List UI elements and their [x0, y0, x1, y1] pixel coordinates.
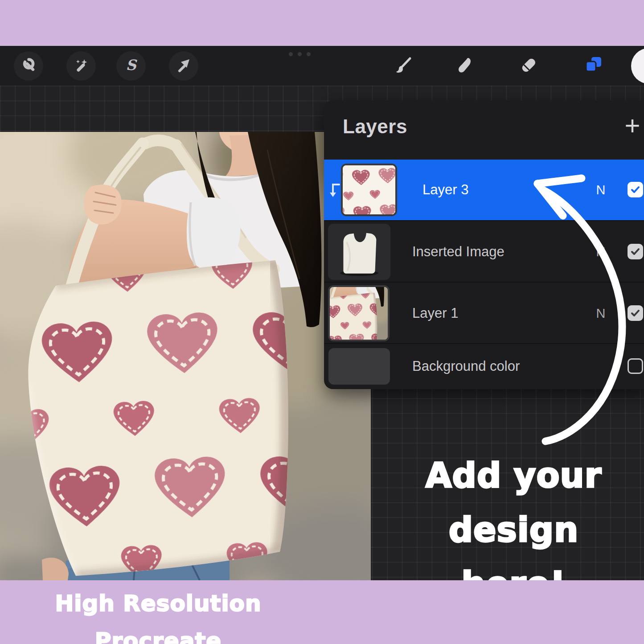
blend-mode-badge[interactable]: N [593, 221, 609, 283]
layer3-thumbnail[interactable] [341, 164, 397, 216]
layer-row-inserted-image[interactable]: Inserted Image N [324, 220, 644, 283]
transform-arrow-icon [175, 56, 193, 76]
layer-row-layer3[interactable]: Layer 3 N [324, 160, 644, 220]
layer-visibility-checkbox[interactable] [628, 182, 643, 197]
layer-visibility-checkbox[interactable] [628, 305, 643, 321]
layer-name[interactable]: Inserted Image [412, 221, 505, 283]
layers-icon [583, 55, 603, 77]
canvas-options-dots [289, 52, 311, 56]
eraser-icon [519, 55, 538, 77]
toolbar: S [0, 46, 644, 86]
footer-line2: Procreate Mockup [51, 622, 265, 644]
footer-caption: High Resolution Procreate Mockup [51, 585, 265, 644]
inserted-image-thumbnail[interactable] [328, 224, 390, 280]
blend-mode-badge[interactable]: N [593, 283, 609, 344]
brush-icon [393, 55, 413, 77]
layers-panel-title: Layers [343, 115, 407, 138]
transform-button[interactable] [169, 51, 198, 81]
color-circle-icon[interactable] [631, 48, 644, 84]
procreate-screenshot: S [0, 0, 644, 644]
smudge-icon [455, 55, 475, 77]
layer-name[interactable]: Layer 1 [412, 283, 458, 344]
layer-name[interactable]: Layer 3 [422, 160, 468, 220]
adjustments-button[interactable] [66, 51, 96, 81]
annotation-line1: Add your [392, 448, 635, 503]
canvas-artwork-photo[interactable] [0, 132, 371, 580]
top-purple-band [0, 0, 644, 46]
svg-text:S: S [126, 57, 137, 74]
layer-visibility-checkbox[interactable] [628, 244, 643, 259]
footer-line1: High Resolution [51, 585, 265, 622]
layer-visibility-checkbox[interactable] [628, 358, 643, 374]
layers-panel: Layers + Layer 3 N [324, 100, 644, 389]
layers-button[interactable] [578, 51, 608, 81]
selection-s-icon: S [122, 56, 140, 76]
layer1-thumbnail[interactable] [328, 285, 390, 341]
wrench-icon [20, 56, 37, 76]
paint-button[interactable] [388, 51, 418, 81]
blend-mode-badge[interactable]: N [593, 160, 609, 220]
layer-row-layer1[interactable]: Layer 1 N [324, 282, 644, 344]
layer-row-background-color[interactable]: Background color [324, 343, 644, 389]
layers-panel-header: Layers + [324, 100, 644, 160]
erase-button[interactable] [514, 51, 543, 81]
magic-wand-icon [72, 56, 90, 76]
background-color-swatch[interactable] [328, 348, 390, 385]
add-layer-button[interactable]: + [620, 110, 644, 141]
select-down-arrow-icon [328, 182, 341, 201]
selection-button[interactable]: S [116, 51, 146, 81]
bottom-purple-band: High Resolution Procreate Mockup [0, 580, 644, 644]
layer-name[interactable]: Background color [412, 344, 520, 389]
actions-button[interactable] [14, 51, 43, 81]
smudge-button[interactable] [450, 51, 480, 81]
